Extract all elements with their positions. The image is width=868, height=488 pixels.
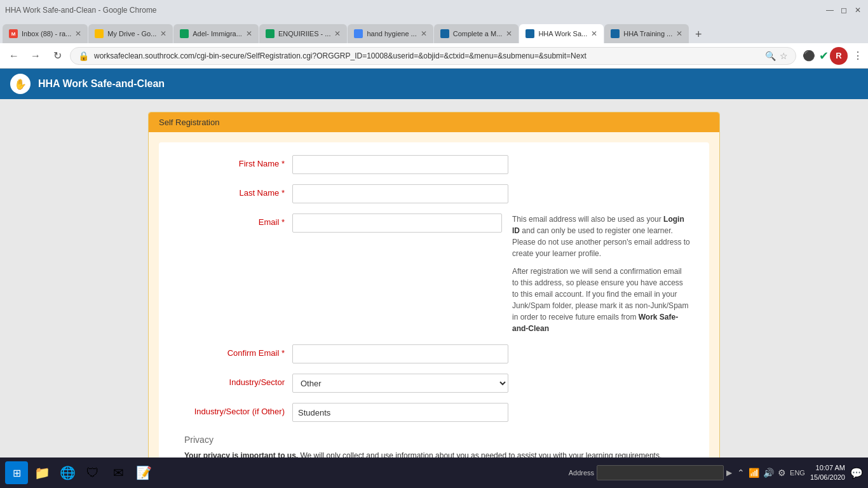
- industry-other-label: Industry/Sector (if Other): [178, 403, 292, 416]
- tab-gmail-close[interactable]: ✕: [75, 29, 81, 38]
- confirm-email-input[interactable]: [292, 344, 508, 363]
- tab-hand-label: hand hygiene ...: [367, 30, 416, 37]
- taskbar-apps: 📁 🌐 🛡 ✉ 📝: [31, 461, 566, 484]
- first-name-input[interactable]: [292, 155, 508, 174]
- hhatrain-favicon: [611, 29, 620, 38]
- email-note: This email address will also be used as …: [512, 214, 690, 334]
- industry-label: Industry/Sector: [178, 374, 292, 387]
- hhawork-favicon: [526, 29, 534, 38]
- taskbar: ⊞ 📁 🌐 🛡 ✉ 📝 Address ▶ ⌃ 📶 🔊 ⚙ ENG: [0, 458, 868, 488]
- maximize-button[interactable]: ◻: [839, 5, 849, 15]
- tab-gmail-label: Inbox (88) - ra...: [22, 30, 71, 37]
- form-card-header: Self Registration: [149, 112, 719, 132]
- taskbar-address: Address ▶: [569, 465, 732, 480]
- drive-favicon: [95, 29, 104, 38]
- tab-complete-label: Complete a M...: [453, 30, 503, 37]
- tab-hhatrain-label: HHA Training ...: [623, 30, 672, 37]
- user-avatar[interactable]: R: [830, 47, 848, 65]
- app-title: HHA Work Safe-and-Clean: [38, 78, 165, 90]
- industry-field: Other Healthcare Education Hospitality R…: [292, 374, 508, 393]
- check-icon: ✔: [819, 49, 829, 63]
- chrome-menu-icon[interactable]: ⋮: [853, 50, 863, 62]
- tab-enq-label: ENQUIRIIES - ...: [278, 30, 331, 37]
- close-button[interactable]: ✕: [853, 5, 863, 15]
- complete-favicon: [440, 29, 449, 38]
- taskbar-chevron-icon[interactable]: ⌃: [737, 468, 745, 478]
- taskbar-system-icons: ⌃ 📶 🔊 ⚙ ENG: [737, 468, 805, 478]
- email-field-container: [292, 214, 502, 233]
- minimize-button[interactable]: —: [825, 5, 835, 15]
- tab-complete-close[interactable]: ✕: [506, 29, 512, 38]
- start-button[interactable]: ⊞: [5, 461, 28, 484]
- taskbar-lang: ENG: [790, 469, 805, 477]
- tab-gmail[interactable]: M Inbox (88) - ra... ✕: [3, 24, 88, 43]
- back-button[interactable]: ←: [5, 47, 23, 65]
- tab-complete[interactable]: Complete a M... ✕: [434, 24, 519, 43]
- tab-drive-close[interactable]: ✕: [160, 29, 166, 38]
- last-name-label: Last Name *: [178, 184, 292, 198]
- tab-hhawork-label: HHA Work Sa...: [538, 30, 587, 37]
- taskbar-notification-icon[interactable]: 💬: [850, 467, 863, 479]
- enq-favicon: [266, 29, 275, 38]
- industry-other-input[interactable]: Students: [292, 403, 508, 422]
- last-name-input[interactable]: [292, 184, 508, 203]
- taskbar-address-go[interactable]: ▶: [726, 468, 732, 477]
- taskbar-app-word[interactable]: 📝: [132, 461, 155, 484]
- bookmark-icon[interactable]: ☆: [780, 51, 788, 61]
- tab-enq[interactable]: ENQUIRIIES - ... ✕: [259, 24, 348, 43]
- taskbar-app-shield[interactable]: 🛡: [81, 461, 104, 484]
- form-section-title: Self Registration: [159, 118, 219, 127]
- form-inner: First Name * Last Name * Email *: [159, 142, 709, 488]
- taskbar-time: 10:07 AM 15/06/2020: [810, 463, 845, 483]
- taskbar-extra-icon: ⚙: [778, 468, 786, 478]
- confirm-email-field: [292, 344, 508, 363]
- address-bar: ← → ↻ 🔒 worksafeclean.southrock.com/cgi-…: [0, 43, 868, 69]
- security-lock-icon: 🔒: [78, 51, 89, 61]
- taskbar-address-input[interactable]: [597, 465, 724, 480]
- forward-button[interactable]: →: [27, 47, 44, 65]
- tab-adel-label: Adel- Immigra...: [193, 30, 242, 37]
- new-tab-button[interactable]: +: [689, 25, 707, 43]
- toolbar-icons: ⚫ ✔ R ⋮: [800, 47, 863, 65]
- tab-hhatrain-close[interactable]: ✕: [676, 29, 682, 38]
- tab-adel-close[interactable]: ✕: [246, 29, 252, 38]
- email-input[interactable]: [292, 214, 502, 233]
- industry-other-field: Students: [292, 403, 508, 422]
- url-text: worksafeclean.southrock.com/cgi-bin-secu…: [94, 51, 760, 60]
- first-name-label: First Name *: [178, 155, 292, 168]
- industry-other-row: Industry/Sector (if Other) Students: [178, 403, 690, 422]
- url-icons: 🔍 ☆: [765, 51, 788, 61]
- tab-enq-close[interactable]: ✕: [334, 29, 341, 38]
- tab-hand-close[interactable]: ✕: [421, 29, 427, 38]
- taskbar-app-files[interactable]: 📁: [31, 461, 53, 484]
- taskbar-app-mail[interactable]: ✉: [107, 461, 130, 484]
- industry-row: Industry/Sector Other Healthcare Educati…: [178, 374, 690, 393]
- reload-button[interactable]: ↻: [48, 47, 66, 65]
- search-icon: 🔍: [765, 51, 776, 61]
- taskbar-volume-icon[interactable]: 🔊: [763, 468, 774, 478]
- confirm-email-label: Confirm Email *: [178, 344, 292, 358]
- tab-drive[interactable]: My Drive - Go... ✕: [88, 24, 173, 43]
- tab-drive-label: My Drive - Go...: [107, 30, 156, 37]
- app-logo: ✋: [10, 74, 31, 94]
- tab-hhawork-close[interactable]: ✕: [591, 29, 597, 38]
- taskbar-right: Address ▶ ⌃ 📶 🔊 ⚙ ENG 10:07 AM 15/06/202…: [569, 463, 863, 483]
- last-name-row: Last Name *: [178, 184, 690, 203]
- gmail-favicon: M: [9, 29, 18, 38]
- email-label: Email *: [178, 214, 292, 227]
- window-title: HHA Work Safe-and-Clean - Google Chrome: [5, 6, 157, 15]
- adel-favicon: [180, 29, 189, 38]
- tab-adel[interactable]: Adel- Immigra... ✕: [173, 24, 259, 43]
- tab-hhawork[interactable]: HHA Work Sa... ✕: [519, 24, 604, 43]
- industry-select[interactable]: Other Healthcare Education Hospitality R…: [292, 374, 508, 393]
- window-controls[interactable]: — ◻ ✕: [825, 5, 863, 15]
- extensions-icon[interactable]: ⚫: [803, 50, 815, 62]
- url-bar[interactable]: 🔒 worksafeclean.southrock.com/cgi-bin-se…: [70, 47, 796, 65]
- tab-hhatrain[interactable]: HHA Training ... ✕: [604, 24, 689, 43]
- privacy-title: Privacy: [184, 435, 684, 445]
- title-bar-left: HHA Work Safe-and-Clean - Google Chrome: [5, 6, 157, 15]
- tab-hand[interactable]: hand hygiene ... ✕: [348, 24, 433, 43]
- taskbar-address-label: Address: [569, 469, 594, 477]
- taskbar-app-chrome[interactable]: 🌐: [56, 461, 79, 484]
- first-name-row: First Name *: [178, 155, 690, 174]
